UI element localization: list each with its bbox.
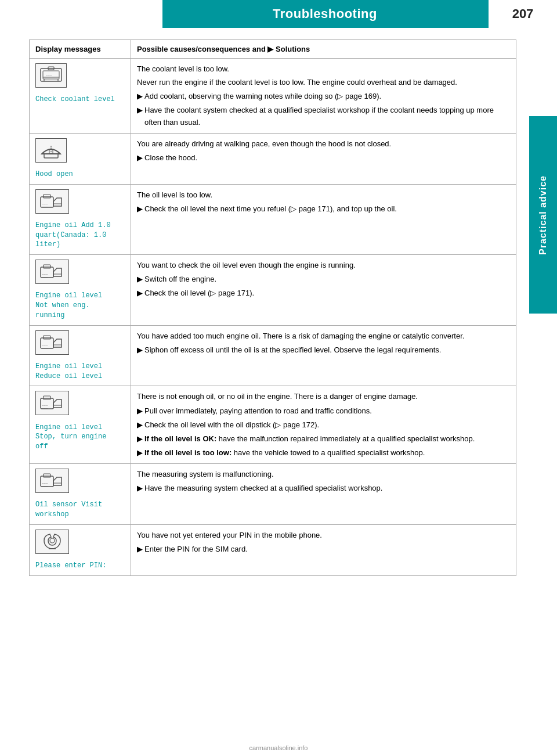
footer-url: carmanualsoline.info [0,744,557,751]
content-paragraph: You have added too much engine oil. Ther… [137,330,510,342]
content-paragraph: The coolant level is too low. [137,63,510,75]
causes-solutions-cell: You have not yet entered your PIN in the… [131,524,516,575]
display-label-text: Check coolant level [35,95,125,105]
page-title: Troubleshooting [273,6,377,21]
bullet-arrow: ▶ [137,434,142,445]
bullet-text: Switch off the engine. [144,273,510,285]
display-label-text: Engine oil level Stop, turn engine off [35,423,125,452]
col-causes-solutions: Possible causes/consequences and ▶ Solut… [131,40,516,59]
display-message-cell: ~~~ ~~~ Engine oil level Reduce oil leve… [30,325,131,386]
bullet-arrow: ▶ [137,153,142,164]
display-label-text: Engine oil level Reduce oil level [35,362,125,381]
display-message-cell: ~~~ ~~~ Engine oil level Not when eng. r… [30,255,131,326]
display-icon: ~~~ ~~~ [35,391,69,415]
table-row: ~~~ ~~~ Engine oil level Stop, turn engi… [30,386,516,464]
bullet-text: If the oil level is OK: have the malfunc… [144,433,510,445]
bullet-item: ▶Have the coolant system checked at a qu… [137,105,510,128]
bullet-arrow: ▶ [137,420,142,431]
troubleshooting-table: Display messages Possible causes/consequ… [29,39,516,576]
table-row: ~~~ ~~~ Engine oil Add 1.0 quart(Canada:… [30,184,516,255]
display-icon: ~~~ [35,63,67,88]
bullet-item: ▶Pull over immediately, paying attention… [137,405,510,417]
bullet-item: ▶If the oil level is too low: have the v… [137,447,510,459]
table-row: ~~~ ~~~ Oil sensor Visit workshopThe mea… [30,464,516,525]
causes-solutions-cell: You want to check the oil level even tho… [131,255,516,326]
display-label-text: Oil sensor Visit workshop [35,500,125,520]
content-paragraph: The oil level is too low. [137,189,510,201]
bullet-text: Have the coolant system checked at a qua… [144,105,510,128]
bullet-arrow: ▶ [137,204,142,215]
bullet-arrow: ▶ [137,448,142,459]
svg-text:~~~: ~~~ [42,406,48,410]
bullet-text: If the oil level is too low: have the ve… [144,447,510,459]
table-row: Hood openYou are already driving at walk… [30,133,516,184]
display-icon: ~~~ ~~~ [35,469,69,493]
display-icon [35,138,67,163]
causes-solutions-cell: The coolant level is too low.Never run t… [131,59,516,134]
bullet-arrow: ▶ [137,544,142,555]
svg-rect-7 [44,154,58,158]
bullet-item: ▶Check the oil level with the oil dipsti… [137,419,510,431]
header: Troubleshooting 207 [0,0,557,28]
table-row: ~~~ Check coolant levelThe coolant level… [30,59,516,134]
display-label-text: Hood open [35,170,125,179]
svg-text:~~~: ~~~ [42,275,48,279]
bullet-item: ▶If the oil level is OK: have the malfun… [137,433,510,445]
svg-text:~~~: ~~~ [42,346,48,350]
svg-rect-31 [44,474,50,477]
main-content: Display messages Possible causes/consequ… [29,39,516,733]
sidebar-label-text: Practical advice [538,175,548,255]
page-number: 207 [512,6,534,21]
bullet-text: Add coolant, observing the warning notes… [144,91,510,102]
svg-rect-11 [44,195,50,198]
svg-text:~~~: ~~~ [42,484,48,488]
bullet-text: Check the oil level with the oil dipstic… [144,419,510,431]
table-row: Please enter PIN:You have not yet entere… [30,524,516,575]
bullet-arrow: ▶ [137,288,142,299]
bullet-text: Pull over immediately, paying attention … [144,405,510,417]
bullet-item: ▶Enter the PIN for the SIM card. [137,543,510,555]
display-message-cell: ~~~ ~~~ Oil sensor Visit workshop [30,464,131,525]
display-message-cell: ~~~ ~~~ Engine oil Add 1.0 quart(Canada:… [30,184,131,255]
display-message-cell: Hood open [30,133,131,184]
bullet-text: Siphon off excess oil until the oil is a… [144,344,510,356]
display-message-cell: Please enter PIN: [30,524,131,575]
display-label-text: Please enter PIN: [35,561,125,571]
display-icon: ~~~ ~~~ [35,260,69,284]
table-header-row: Display messages Possible causes/consequ… [30,40,516,59]
bullet-text: Have the measuring system checked at a q… [144,483,510,494]
bullet-arrow: ▶ [137,406,142,417]
bullet-text: Check the oil level (▷ page 171). [144,287,510,299]
svg-rect-16 [44,265,50,268]
svg-point-35 [50,538,55,543]
header-teal-bg: Troubleshooting [162,0,487,28]
causes-solutions-cell: The measuring system is malfunctioning.▶… [131,464,516,525]
display-icon [35,530,69,554]
content-paragraph: There is not enough oil, or no oil in th… [137,391,510,402]
display-message-cell: ~~~ ~~~ Engine oil level Stop, turn engi… [30,386,131,464]
bullet-item: ▶Siphon off excess oil until the oil is … [137,344,510,356]
content-paragraph: You have not yet entered your PIN in the… [137,530,510,541]
bullet-text: Enter the PIN for the SIM card. [144,543,510,555]
content-paragraph: You want to check the oil level even tho… [137,260,510,271]
content-paragraph: Never run the engine if the coolant leve… [137,77,510,88]
svg-text:~~~: ~~~ [46,73,52,77]
table-row: ~~~ ~~~ Engine oil level Not when eng. r… [30,255,516,326]
display-label-text: Engine oil level Not when eng. running [35,291,125,320]
bullet-item: ▶Check the oil level the next time you r… [137,203,510,215]
display-label-text: Engine oil Add 1.0 quart(Canada: 1.0 lit… [35,221,125,250]
display-icon: ~~~ ~~~ [35,189,69,214]
bullet-item: ▶Add coolant, observing the warning note… [137,91,510,102]
display-message-cell: ~~~ Check coolant level [30,59,131,134]
bullet-item: ▶Close the hood. [137,152,510,164]
causes-solutions-cell: The oil level is too low.▶Check the oil … [131,184,516,255]
table-row: ~~~ ~~~ Engine oil level Reduce oil leve… [30,325,516,386]
causes-solutions-cell: You have added too much engine oil. Ther… [131,325,516,386]
sidebar-practical-advice: Practical advice [529,116,557,314]
bullet-text: Check the oil level the next time you re… [144,203,510,215]
svg-rect-21 [44,336,50,339]
bullet-item: ▶Switch off the engine. [137,273,510,285]
bullet-arrow: ▶ [137,105,142,116]
bullet-arrow: ▶ [137,274,142,285]
causes-solutions-cell: You are already driving at walking pace,… [131,133,516,184]
